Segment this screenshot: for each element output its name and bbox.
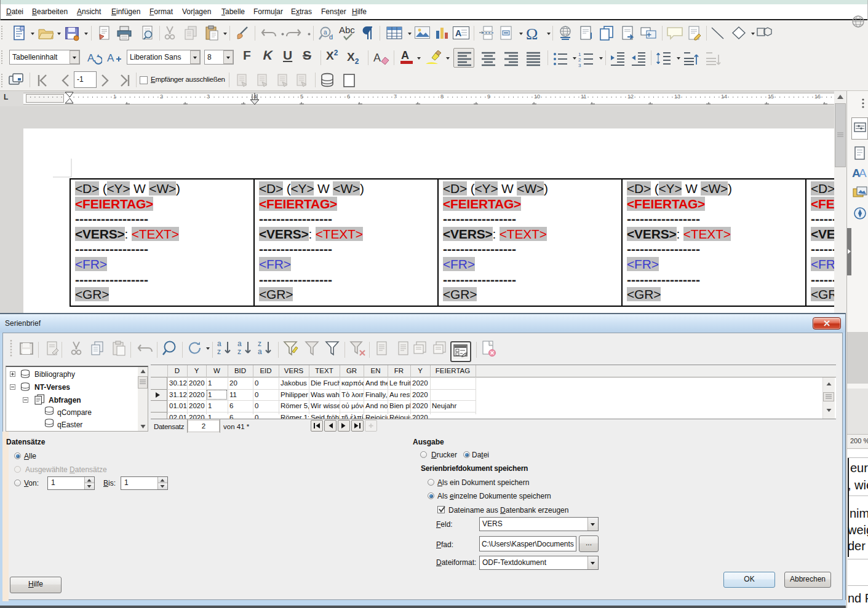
- svg-text:z: z: [258, 339, 261, 348]
- svg-text:3: 3: [578, 63, 581, 67]
- svg-text:A: A: [859, 167, 867, 180]
- svg-text:1: 1: [578, 52, 581, 57]
- svg-text:z: z: [237, 347, 241, 356]
- svg-text:a: a: [217, 339, 221, 348]
- svg-text:A: A: [87, 52, 95, 64]
- svg-text:a: a: [237, 339, 242, 348]
- svg-text:A: A: [455, 28, 461, 38]
- svg-text:Ω: Ω: [526, 25, 538, 42]
- svg-text:A: A: [373, 52, 381, 64]
- svg-text:z: z: [217, 347, 221, 356]
- svg-text:a: a: [324, 29, 327, 36]
- svg-text:a: a: [258, 347, 262, 356]
- svg-text:2: 2: [578, 57, 581, 63]
- svg-text:Abc: Abc: [339, 25, 355, 35]
- svg-text:d: d: [329, 33, 333, 41]
- svg-text:A: A: [107, 52, 114, 64]
- svg-text:A: A: [401, 49, 409, 61]
